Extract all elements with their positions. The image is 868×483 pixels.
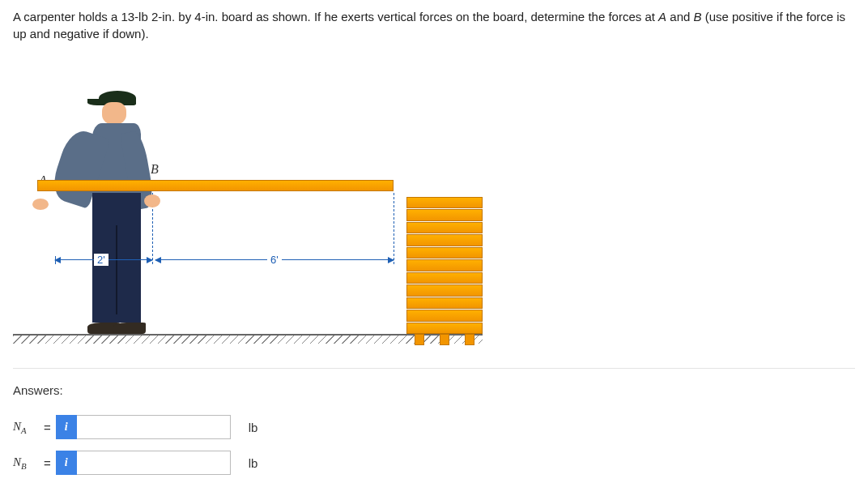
var-main: N (13, 455, 21, 468)
stack-foot-icon (440, 334, 449, 345)
answer-var-nb: NB (13, 455, 44, 471)
dim-tick-a (55, 256, 56, 264)
var-sub: A (21, 425, 27, 435)
stack-board-icon (406, 272, 483, 284)
answers-heading: Answers: (13, 383, 855, 397)
answer-unit-nb: lb (249, 456, 258, 470)
info-icon[interactable]: i (56, 415, 77, 439)
answer-input-nb[interactable] (77, 451, 231, 475)
board-icon (37, 180, 394, 191)
stack-board-icon (406, 209, 483, 220)
shoe-right-icon (113, 323, 146, 334)
stack-board-icon (406, 297, 483, 309)
dimension-ab-text: 2' (94, 254, 108, 266)
carpenter-figure (65, 91, 162, 334)
figure: A B 2' 6' (13, 62, 499, 345)
head-icon (102, 102, 126, 125)
stack-foot-icon (415, 334, 424, 345)
answer-unit-na: lb (249, 421, 258, 434)
arrow-left-icon (155, 257, 161, 263)
stack-board-icon (406, 323, 483, 334)
stack-board-icon (406, 234, 483, 246)
problem-point-a: A (658, 10, 666, 24)
info-icon[interactable]: i (56, 451, 77, 475)
var-main: N (13, 420, 21, 433)
dimension-bend-text: 6' (267, 254, 282, 266)
board-stack-icon (406, 196, 483, 334)
stack-board-icon (406, 247, 483, 259)
problem-text-pre: A carpenter holds a 13-lb 2-in. by 4-in.… (13, 10, 658, 24)
problem-statement: A carpenter holds a 13-lb 2-in. by 4-in.… (13, 8, 855, 42)
stack-board-icon (406, 284, 483, 296)
equals-sign: = (44, 456, 51, 470)
stack-feet (406, 334, 483, 345)
stack-board-icon (406, 259, 483, 271)
stack-foot-icon (465, 334, 474, 345)
equals-sign: = (44, 421, 51, 434)
answer-row-nb: NB = i lb (13, 451, 855, 475)
stack-board-icon (406, 222, 483, 233)
dim-tick-end (394, 193, 394, 264)
stack-board-icon (406, 197, 483, 208)
var-sub: B (21, 461, 27, 471)
hand-b-icon (144, 194, 160, 207)
hand-a-icon (32, 199, 49, 210)
answer-var-na: NA (13, 420, 44, 435)
answer-input-na[interactable] (77, 415, 231, 439)
problem-text-mid: and (666, 10, 693, 24)
answer-row-na: NA = i lb (13, 415, 855, 439)
problem-point-b: B (694, 10, 702, 24)
answers-section: Answers: NA = i lb NB = i lb (13, 368, 855, 475)
stack-board-icon (406, 310, 483, 321)
point-b-label: B (151, 162, 159, 177)
